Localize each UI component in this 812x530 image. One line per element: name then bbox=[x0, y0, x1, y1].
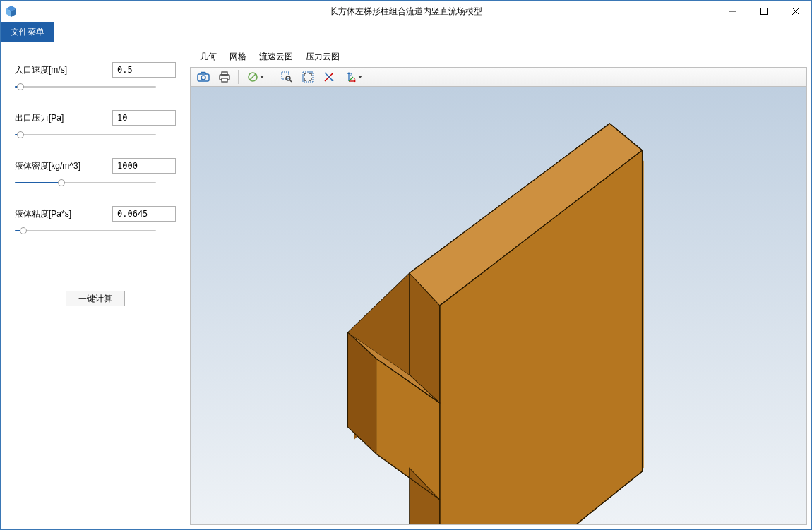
zoom-extents-icon[interactable] bbox=[298, 68, 318, 85]
viewer-toolbar: z x bbox=[190, 67, 807, 87]
close-button[interactable] bbox=[780, 1, 811, 22]
outlet-pressure-input[interactable] bbox=[112, 110, 176, 126]
tab-geometry[interactable]: 几何 bbox=[198, 49, 218, 64]
svg-line-26 bbox=[349, 77, 353, 81]
toolbar-divider bbox=[238, 70, 239, 84]
param-label: 出口压力[Pa] bbox=[15, 112, 64, 124]
param-row-inlet-velocity: 入口速度[m/s] bbox=[15, 62, 176, 78]
viewport-3d[interactable]: z y x bbox=[190, 87, 807, 525]
svg-rect-11 bbox=[222, 78, 227, 82]
disable-icon[interactable] bbox=[242, 68, 269, 85]
toolbar-divider bbox=[273, 70, 273, 84]
param-label: 液体粘度[Pa*s] bbox=[15, 208, 71, 220]
inlet-velocity-slider[interactable] bbox=[15, 82, 176, 92]
inlet-velocity-input[interactable] bbox=[112, 62, 176, 78]
model-geometry bbox=[191, 87, 806, 524]
outlet-pressure-slider[interactable] bbox=[15, 130, 176, 140]
svg-text:x: x bbox=[354, 76, 356, 80]
density-slider[interactable] bbox=[15, 178, 176, 188]
svg-point-8 bbox=[201, 76, 205, 80]
file-menu[interactable]: 文件菜单 bbox=[1, 22, 54, 42]
param-label: 入口速度[m/s] bbox=[15, 64, 67, 76]
viscosity-slider[interactable] bbox=[15, 226, 176, 236]
svg-point-15 bbox=[286, 76, 290, 80]
rotate-icon[interactable] bbox=[319, 68, 339, 85]
param-row-density: 液体密度[kg/m^3] bbox=[15, 158, 176, 174]
titlebar: 长方体左梯形柱组合流道内竖直流场模型 bbox=[1, 1, 811, 22]
app-icon bbox=[5, 5, 18, 18]
axes-icon[interactable]: z x bbox=[340, 68, 367, 85]
tab-velocity-cloud[interactable]: 流速云图 bbox=[258, 49, 294, 64]
tab-mesh[interactable]: 网格 bbox=[228, 49, 248, 64]
minimize-button[interactable] bbox=[716, 1, 748, 22]
viscosity-input[interactable] bbox=[112, 206, 176, 222]
svg-rect-14 bbox=[282, 72, 289, 79]
window-controls bbox=[716, 1, 811, 22]
content: 几何 网格 流速云图 压力云图 bbox=[190, 42, 811, 529]
chevron-down-icon bbox=[260, 76, 264, 78]
menubar: 文件菜单 bbox=[1, 22, 811, 42]
maximize-button[interactable] bbox=[748, 1, 780, 22]
tab-pressure-cloud[interactable]: 压力云图 bbox=[304, 49, 341, 64]
print-icon[interactable] bbox=[215, 68, 234, 85]
svg-line-16 bbox=[289, 80, 292, 82]
svg-text:z: z bbox=[350, 72, 352, 76]
view-tabs: 几何 网格 流速云图 压力云图 bbox=[190, 45, 807, 67]
svg-rect-10 bbox=[222, 72, 227, 75]
camera-icon[interactable] bbox=[193, 68, 213, 85]
compute-button[interactable]: 一键计算 bbox=[66, 291, 125, 306]
window-title: 长方体左梯形柱组合流道内竖直流场模型 bbox=[1, 6, 811, 18]
chevron-down-icon bbox=[358, 76, 362, 78]
density-input[interactable] bbox=[112, 158, 176, 174]
param-row-viscosity: 液体粘度[Pa*s] bbox=[15, 206, 176, 222]
zoom-window-icon[interactable] bbox=[277, 68, 297, 85]
sidebar: 入口速度[m/s] 出口压力[Pa] 液体密度[kg/m^3] bbox=[1, 42, 190, 529]
svg-line-13 bbox=[250, 74, 256, 80]
main: 入口速度[m/s] 出口压力[Pa] 液体密度[kg/m^3] bbox=[1, 42, 811, 529]
param-label: 液体密度[kg/m^3] bbox=[15, 160, 80, 172]
param-row-outlet-pressure: 出口压力[Pa] bbox=[15, 110, 176, 126]
svg-rect-4 bbox=[760, 8, 767, 15]
